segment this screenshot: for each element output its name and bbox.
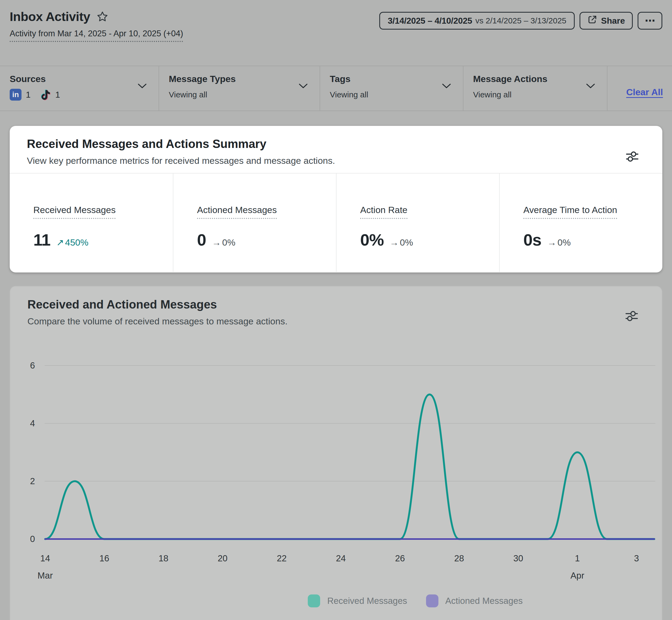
metric-average-time-to-action: Average Time to Action 0s →0% <box>499 173 662 272</box>
filter-clear-cell: Clear All <box>608 66 672 111</box>
metric-label[interactable]: Average Time to Action <box>523 205 617 219</box>
trend-flat-icon: → <box>212 237 221 248</box>
svg-text:16: 16 <box>100 553 109 563</box>
chart-settings-button[interactable] <box>625 309 639 324</box>
metric-value: 0s <box>523 230 541 249</box>
metric-delta: →0% <box>390 237 413 248</box>
svg-text:20: 20 <box>218 553 228 563</box>
trend-up-icon: ↗ <box>56 237 64 248</box>
svg-text:2: 2 <box>30 476 35 486</box>
filter-bar: Sources in 1 1 Message Types <box>0 66 672 111</box>
metric-value: 0% <box>360 230 384 249</box>
svg-text:30: 30 <box>513 553 523 563</box>
date-range-button[interactable]: 3/14/2025 – 4/10/2025 vs 2/14/2025 – 3/1… <box>379 12 575 30</box>
date-range-compare: vs 2/14/2025 – 3/13/2025 <box>475 16 566 25</box>
activity-chart: 024614161820222426283013MarApr <box>10 350 662 586</box>
legend-label: Received Messages <box>327 596 407 606</box>
summary-card-title: Received Messages and Actions Summary <box>27 137 645 151</box>
date-range-current: 3/14/2025 – 4/10/2025 <box>388 16 472 26</box>
sources-selected-row: in 1 1 <box>10 88 159 101</box>
clear-all-link[interactable]: Clear All <box>626 87 663 97</box>
filter-sources-label: Sources <box>10 74 159 84</box>
svg-text:1: 1 <box>575 553 580 563</box>
filter-message-actions-label: Message Actions <box>473 74 607 84</box>
metric-label[interactable]: Received Messages <box>33 205 116 219</box>
legend-swatch-actioned <box>426 595 438 607</box>
chevron-down-icon <box>442 84 451 90</box>
summary-card-header: Received Messages and Actions Summary Vi… <box>10 126 662 173</box>
page-title: Inbox Activity <box>10 9 90 24</box>
filter-message-actions[interactable]: Message Actions Viewing all <box>463 66 608 111</box>
filter-message-types[interactable]: Message Types Viewing all <box>159 66 320 111</box>
chart-card-title: Received and Actioned Messages <box>27 298 645 311</box>
filter-message-actions-value: Viewing all <box>473 90 607 99</box>
filter-tags-value: Viewing all <box>330 90 463 99</box>
activity-date-range-link[interactable]: Activity from Mar 14, 2025 - Apr 10, 202… <box>10 29 183 42</box>
tiktok-icon <box>39 88 51 101</box>
svg-text:4: 4 <box>30 418 35 428</box>
summary-settings-button[interactable] <box>625 150 639 164</box>
filter-tags-label: Tags <box>330 74 463 84</box>
svg-text:22: 22 <box>277 553 287 563</box>
metric-delta: →0% <box>547 237 571 248</box>
svg-text:26: 26 <box>395 553 405 563</box>
topbar: Inbox Activity Activity from Mar 14, 202… <box>0 0 672 66</box>
svg-text:0: 0 <box>30 534 35 544</box>
svg-text:Mar: Mar <box>38 570 53 580</box>
ellipsis-icon: ⋯ <box>645 15 655 27</box>
legend-received-messages[interactable]: Received Messages <box>308 595 407 607</box>
trend-flat-icon: → <box>547 237 556 248</box>
share-icon <box>587 15 597 27</box>
linkedin-icon: in <box>10 89 21 101</box>
metric-action-rate: Action Rate 0% →0% <box>336 173 499 272</box>
metric-value: 0 <box>197 230 206 249</box>
chart-card: Received and Actioned Messages Compare t… <box>10 286 662 620</box>
metric-delta: ↗450% <box>56 237 89 248</box>
filter-message-types-label: Message Types <box>169 74 320 84</box>
svg-text:6: 6 <box>30 360 35 370</box>
top-actions: 3/14/2025 – 4/10/2025 vs 2/14/2025 – 3/1… <box>379 12 662 30</box>
favorite-star-icon[interactable] <box>97 11 108 24</box>
filter-tags[interactable]: Tags Viewing all <box>320 66 463 111</box>
metric-received-messages: Received Messages 11 ↗450% <box>10 173 173 272</box>
svg-text:14: 14 <box>40 553 50 563</box>
chevron-down-icon <box>299 84 308 90</box>
more-options-button[interactable]: ⋯ <box>637 12 662 30</box>
metrics-row: Received Messages 11 ↗450% Actioned Mess… <box>10 173 662 272</box>
tiktok-count: 1 <box>55 90 60 100</box>
linkedin-count: 1 <box>26 90 31 100</box>
summary-card-subtitle: View key performance metrics for receive… <box>27 155 645 166</box>
filter-sources[interactable]: Sources in 1 1 <box>0 66 159 111</box>
metric-actioned-messages: Actioned Messages 0 →0% <box>173 173 336 272</box>
chart-legend: Received Messages Actioned Messages <box>90 595 662 607</box>
svg-text:24: 24 <box>336 553 346 563</box>
metric-delta: →0% <box>212 237 235 248</box>
sliders-icon <box>625 160 639 164</box>
legend-actioned-messages[interactable]: Actioned Messages <box>426 595 523 607</box>
metric-label[interactable]: Action Rate <box>360 205 407 219</box>
legend-swatch-received <box>308 595 320 607</box>
chart-card-subtitle: Compare the volume of received messages … <box>27 316 645 326</box>
share-button[interactable]: Share <box>579 12 633 30</box>
sliders-icon <box>625 320 639 324</box>
svg-text:3: 3 <box>634 553 639 563</box>
svg-text:Apr: Apr <box>570 570 584 580</box>
svg-text:28: 28 <box>454 553 464 563</box>
chevron-down-icon <box>137 84 147 90</box>
metric-label[interactable]: Actioned Messages <box>197 205 277 219</box>
share-label: Share <box>601 16 625 26</box>
filter-message-types-value: Viewing all <box>169 90 320 99</box>
svg-text:18: 18 <box>159 553 169 563</box>
legend-label: Actioned Messages <box>445 596 523 606</box>
metric-value: 11 <box>33 230 51 249</box>
trend-flat-icon: → <box>390 237 399 248</box>
chart-card-header: Received and Actioned Messages Compare t… <box>10 287 662 326</box>
chevron-down-icon <box>586 84 595 90</box>
summary-card: Received Messages and Actions Summary Vi… <box>10 126 662 272</box>
